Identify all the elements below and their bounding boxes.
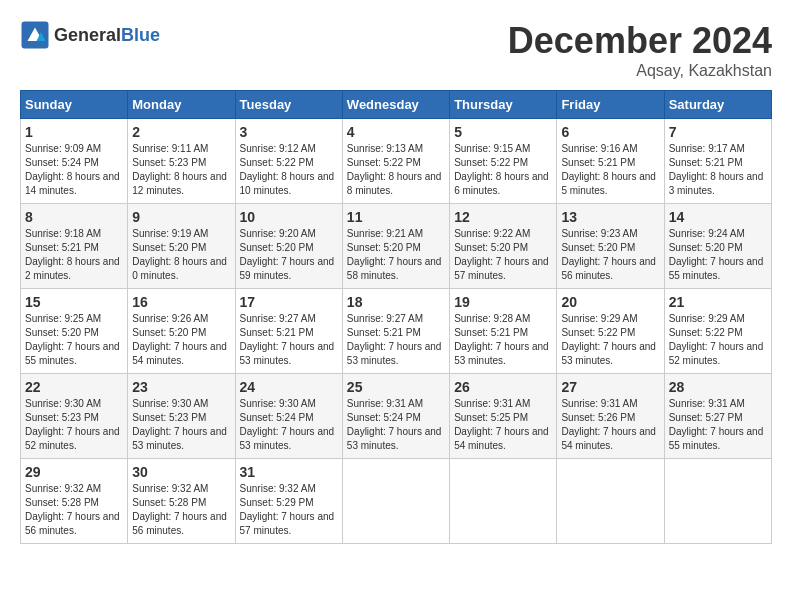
cell-content: Sunrise: 9:30 AMSunset: 5:23 PMDaylight:… xyxy=(25,397,123,453)
day-number: 9 xyxy=(132,209,230,225)
calendar-cell: 31Sunrise: 9:32 AMSunset: 5:29 PMDayligh… xyxy=(235,459,342,544)
day-number: 31 xyxy=(240,464,338,480)
cell-content: Sunrise: 9:19 AMSunset: 5:20 PMDaylight:… xyxy=(132,227,230,283)
logo-icon xyxy=(20,20,50,50)
calendar-cell: 13Sunrise: 9:23 AMSunset: 5:20 PMDayligh… xyxy=(557,204,664,289)
day-number: 5 xyxy=(454,124,552,140)
calendar-cell: 7Sunrise: 9:17 AMSunset: 5:21 PMDaylight… xyxy=(664,119,771,204)
calendar-cell: 22Sunrise: 9:30 AMSunset: 5:23 PMDayligh… xyxy=(21,374,128,459)
calendar-week-row: 22Sunrise: 9:30 AMSunset: 5:23 PMDayligh… xyxy=(21,374,772,459)
calendar-cell xyxy=(450,459,557,544)
day-number: 24 xyxy=(240,379,338,395)
calendar-cell: 11Sunrise: 9:21 AMSunset: 5:20 PMDayligh… xyxy=(342,204,449,289)
day-number: 17 xyxy=(240,294,338,310)
calendar-cell xyxy=(342,459,449,544)
calendar-cell: 14Sunrise: 9:24 AMSunset: 5:20 PMDayligh… xyxy=(664,204,771,289)
weekday-header-monday: Monday xyxy=(128,91,235,119)
cell-content: Sunrise: 9:22 AMSunset: 5:20 PMDaylight:… xyxy=(454,227,552,283)
day-number: 11 xyxy=(347,209,445,225)
calendar-cell: 25Sunrise: 9:31 AMSunset: 5:24 PMDayligh… xyxy=(342,374,449,459)
page-header: GeneralBlue December 2024 Aqsay, Kazakhs… xyxy=(20,20,772,80)
cell-content: Sunrise: 9:31 AMSunset: 5:25 PMDaylight:… xyxy=(454,397,552,453)
calendar-cell: 8Sunrise: 9:18 AMSunset: 5:21 PMDaylight… xyxy=(21,204,128,289)
calendar-cell xyxy=(557,459,664,544)
day-number: 22 xyxy=(25,379,123,395)
cell-content: Sunrise: 9:11 AMSunset: 5:23 PMDaylight:… xyxy=(132,142,230,198)
cell-content: Sunrise: 9:09 AMSunset: 5:24 PMDaylight:… xyxy=(25,142,123,198)
weekday-header-thursday: Thursday xyxy=(450,91,557,119)
cell-content: Sunrise: 9:27 AMSunset: 5:21 PMDaylight:… xyxy=(347,312,445,368)
calendar-cell: 4Sunrise: 9:13 AMSunset: 5:22 PMDaylight… xyxy=(342,119,449,204)
weekday-header-saturday: Saturday xyxy=(664,91,771,119)
day-number: 15 xyxy=(25,294,123,310)
cell-content: Sunrise: 9:15 AMSunset: 5:22 PMDaylight:… xyxy=(454,142,552,198)
day-number: 28 xyxy=(669,379,767,395)
day-number: 20 xyxy=(561,294,659,310)
cell-content: Sunrise: 9:23 AMSunset: 5:20 PMDaylight:… xyxy=(561,227,659,283)
cell-content: Sunrise: 9:18 AMSunset: 5:21 PMDaylight:… xyxy=(25,227,123,283)
calendar-cell: 16Sunrise: 9:26 AMSunset: 5:20 PMDayligh… xyxy=(128,289,235,374)
calendar-cell: 3Sunrise: 9:12 AMSunset: 5:22 PMDaylight… xyxy=(235,119,342,204)
cell-content: Sunrise: 9:16 AMSunset: 5:21 PMDaylight:… xyxy=(561,142,659,198)
logo: GeneralBlue xyxy=(20,20,160,50)
cell-content: Sunrise: 9:31 AMSunset: 5:26 PMDaylight:… xyxy=(561,397,659,453)
calendar-cell: 6Sunrise: 9:16 AMSunset: 5:21 PMDaylight… xyxy=(557,119,664,204)
month-year-title: December 2024 xyxy=(508,20,772,62)
cell-content: Sunrise: 9:32 AMSunset: 5:29 PMDaylight:… xyxy=(240,482,338,538)
location-subtitle: Aqsay, Kazakhstan xyxy=(508,62,772,80)
cell-content: Sunrise: 9:30 AMSunset: 5:24 PMDaylight:… xyxy=(240,397,338,453)
calendar-cell: 26Sunrise: 9:31 AMSunset: 5:25 PMDayligh… xyxy=(450,374,557,459)
day-number: 30 xyxy=(132,464,230,480)
day-number: 7 xyxy=(669,124,767,140)
calendar-cell: 24Sunrise: 9:30 AMSunset: 5:24 PMDayligh… xyxy=(235,374,342,459)
calendar-cell: 29Sunrise: 9:32 AMSunset: 5:28 PMDayligh… xyxy=(21,459,128,544)
cell-content: Sunrise: 9:28 AMSunset: 5:21 PMDaylight:… xyxy=(454,312,552,368)
calendar-week-row: 1Sunrise: 9:09 AMSunset: 5:24 PMDaylight… xyxy=(21,119,772,204)
cell-content: Sunrise: 9:29 AMSunset: 5:22 PMDaylight:… xyxy=(561,312,659,368)
day-number: 3 xyxy=(240,124,338,140)
calendar-cell: 15Sunrise: 9:25 AMSunset: 5:20 PMDayligh… xyxy=(21,289,128,374)
calendar-cell: 20Sunrise: 9:29 AMSunset: 5:22 PMDayligh… xyxy=(557,289,664,374)
calendar-cell: 18Sunrise: 9:27 AMSunset: 5:21 PMDayligh… xyxy=(342,289,449,374)
calendar-cell: 5Sunrise: 9:15 AMSunset: 5:22 PMDaylight… xyxy=(450,119,557,204)
cell-content: Sunrise: 9:27 AMSunset: 5:21 PMDaylight:… xyxy=(240,312,338,368)
calendar-cell: 21Sunrise: 9:29 AMSunset: 5:22 PMDayligh… xyxy=(664,289,771,374)
cell-content: Sunrise: 9:12 AMSunset: 5:22 PMDaylight:… xyxy=(240,142,338,198)
calendar-cell: 23Sunrise: 9:30 AMSunset: 5:23 PMDayligh… xyxy=(128,374,235,459)
cell-content: Sunrise: 9:32 AMSunset: 5:28 PMDaylight:… xyxy=(25,482,123,538)
day-number: 23 xyxy=(132,379,230,395)
calendar-cell: 27Sunrise: 9:31 AMSunset: 5:26 PMDayligh… xyxy=(557,374,664,459)
day-number: 21 xyxy=(669,294,767,310)
title-section: December 2024 Aqsay, Kazakhstan xyxy=(508,20,772,80)
calendar-week-row: 29Sunrise: 9:32 AMSunset: 5:28 PMDayligh… xyxy=(21,459,772,544)
cell-content: Sunrise: 9:29 AMSunset: 5:22 PMDaylight:… xyxy=(669,312,767,368)
calendar-cell: 17Sunrise: 9:27 AMSunset: 5:21 PMDayligh… xyxy=(235,289,342,374)
weekday-header-tuesday: Tuesday xyxy=(235,91,342,119)
calendar-week-row: 8Sunrise: 9:18 AMSunset: 5:21 PMDaylight… xyxy=(21,204,772,289)
calendar-cell: 19Sunrise: 9:28 AMSunset: 5:21 PMDayligh… xyxy=(450,289,557,374)
cell-content: Sunrise: 9:31 AMSunset: 5:24 PMDaylight:… xyxy=(347,397,445,453)
day-number: 2 xyxy=(132,124,230,140)
day-number: 13 xyxy=(561,209,659,225)
logo-text-general: General xyxy=(54,25,121,45)
cell-content: Sunrise: 9:30 AMSunset: 5:23 PMDaylight:… xyxy=(132,397,230,453)
calendar-header-row: SundayMondayTuesdayWednesdayThursdayFrid… xyxy=(21,91,772,119)
day-number: 29 xyxy=(25,464,123,480)
weekday-header-friday: Friday xyxy=(557,91,664,119)
day-number: 18 xyxy=(347,294,445,310)
cell-content: Sunrise: 9:25 AMSunset: 5:20 PMDaylight:… xyxy=(25,312,123,368)
calendar-cell: 10Sunrise: 9:20 AMSunset: 5:20 PMDayligh… xyxy=(235,204,342,289)
cell-content: Sunrise: 9:21 AMSunset: 5:20 PMDaylight:… xyxy=(347,227,445,283)
day-number: 8 xyxy=(25,209,123,225)
cell-content: Sunrise: 9:24 AMSunset: 5:20 PMDaylight:… xyxy=(669,227,767,283)
day-number: 16 xyxy=(132,294,230,310)
calendar-week-row: 15Sunrise: 9:25 AMSunset: 5:20 PMDayligh… xyxy=(21,289,772,374)
calendar-cell: 9Sunrise: 9:19 AMSunset: 5:20 PMDaylight… xyxy=(128,204,235,289)
day-number: 19 xyxy=(454,294,552,310)
day-number: 26 xyxy=(454,379,552,395)
calendar-cell xyxy=(664,459,771,544)
cell-content: Sunrise: 9:32 AMSunset: 5:28 PMDaylight:… xyxy=(132,482,230,538)
calendar-cell: 28Sunrise: 9:31 AMSunset: 5:27 PMDayligh… xyxy=(664,374,771,459)
cell-content: Sunrise: 9:17 AMSunset: 5:21 PMDaylight:… xyxy=(669,142,767,198)
day-number: 27 xyxy=(561,379,659,395)
